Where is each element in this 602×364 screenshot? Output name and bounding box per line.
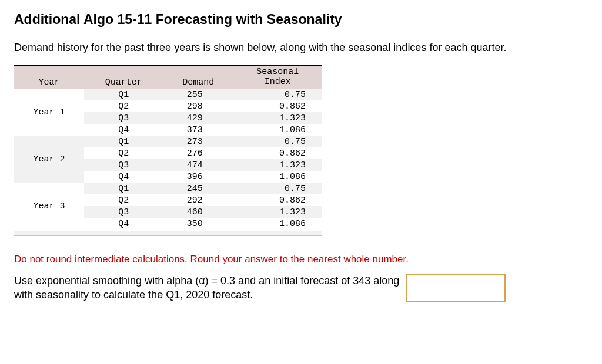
rounding-warning: Do not round intermediate calculations. … [14, 254, 588, 265]
intro-text: Demand history for the past three years … [14, 42, 588, 54]
cell-seasonal-index: 0.862 [233, 147, 322, 159]
demand-table: Year Quarter Demand Seasonal Index Year … [14, 65, 322, 230]
cell-demand: 429 [163, 112, 233, 124]
year-label: Year 3 [14, 183, 84, 230]
cell-quarter: Q1 [84, 136, 163, 147]
year-label: Year 2 [14, 136, 84, 183]
cell-quarter: Q3 [84, 206, 163, 218]
page-title: Additional Algo 15-11 Forecasting with S… [14, 12, 588, 28]
cell-demand: 245 [163, 183, 233, 194]
answer-input[interactable] [406, 274, 506, 302]
cell-seasonal-index: 0.75 [233, 136, 322, 147]
cell-seasonal-index: 1.323 [233, 112, 322, 124]
cell-seasonal-index: 1.323 [233, 206, 322, 218]
cell-demand: 460 [163, 206, 233, 218]
question-row: Use exponential smoothing with alpha (α)… [14, 274, 588, 302]
cell-demand: 396 [163, 171, 233, 183]
cell-seasonal-index: 1.086 [233, 171, 322, 183]
col-header-quarter: Quarter [84, 65, 163, 89]
col-header-seasonal-index-l2: Index [265, 77, 291, 87]
cell-seasonal-index: 0.75 [233, 89, 322, 100]
cell-seasonal-index: 0.862 [233, 194, 322, 206]
cell-seasonal-index: 1.086 [233, 124, 322, 136]
cell-demand: 292 [163, 194, 233, 206]
cell-demand: 276 [163, 147, 233, 159]
cell-quarter: Q2 [84, 100, 163, 112]
cell-quarter: Q2 [84, 194, 163, 206]
question-text: Use exponential smoothing with alpha (α)… [14, 274, 402, 302]
cell-quarter: Q4 [84, 124, 163, 136]
cell-seasonal-index: 0.862 [233, 100, 322, 112]
col-header-year: Year [14, 65, 84, 89]
cell-demand: 350 [163, 218, 233, 230]
col-header-demand: Demand [163, 65, 233, 89]
col-header-seasonal-index: Seasonal Index [233, 65, 322, 89]
cell-demand: 373 [163, 124, 233, 136]
cell-quarter: Q4 [84, 171, 163, 183]
cell-quarter: Q1 [84, 89, 163, 100]
cell-demand: 298 [163, 100, 233, 112]
cell-quarter: Q3 [84, 159, 163, 171]
cell-seasonal-index: 1.323 [233, 159, 322, 171]
cell-seasonal-index: 1.086 [233, 218, 322, 230]
cell-quarter: Q1 [84, 183, 163, 194]
cell-quarter: Q2 [84, 147, 163, 159]
demand-table-container: Year Quarter Demand Seasonal Index Year … [14, 65, 322, 236]
year-label: Year 1 [14, 89, 84, 136]
cell-quarter: Q4 [84, 218, 163, 230]
cell-demand: 255 [163, 89, 233, 100]
cell-demand: 273 [163, 136, 233, 147]
cell-demand: 474 [163, 159, 233, 171]
cell-seasonal-index: 0.75 [233, 183, 322, 194]
col-header-seasonal-index-l1: Seasonal [256, 67, 299, 77]
cell-quarter: Q3 [84, 112, 163, 124]
